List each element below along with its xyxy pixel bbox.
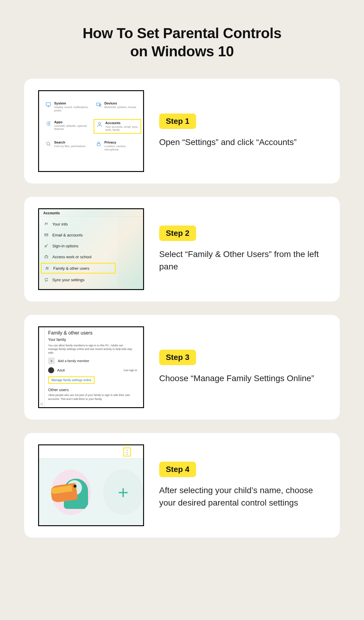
tile-sub: Your accounts, email, sync, work, family	[105, 125, 139, 132]
step-text: Open “Settings” and click “Accounts”	[159, 136, 324, 149]
search-icon	[45, 140, 52, 147]
svg-rect-5	[97, 143, 100, 146]
monitor-icon	[45, 101, 52, 108]
tile-label: Accounts	[105, 121, 139, 125]
member-status: Can sign in	[123, 369, 137, 372]
lock-icon	[95, 140, 102, 147]
pane-heading: Family & other users	[48, 330, 139, 336]
screenshot-step-2: Accounts Your info Email & accounts Sign…	[38, 208, 144, 290]
settings-tile-search[interactable]: Search Find my files, permissions	[43, 139, 91, 153]
manage-family-settings-link[interactable]: Manage family settings online	[48, 376, 95, 384]
other-users-text: Allow people who are not part of your fa…	[48, 393, 133, 401]
add-family-label: Add a family member	[58, 359, 89, 363]
child-profile-card[interactable]	[51, 470, 91, 515]
plus-icon: +	[118, 482, 128, 503]
screenshot-step-3: Family & other users Your family You can…	[38, 326, 144, 408]
search-icon[interactable]	[40, 402, 44, 405]
screenshot-step-4: ⋮ +	[38, 444, 144, 526]
sidebar-item-label: Access work or school	[52, 255, 91, 259]
step-badge: Step 2	[159, 226, 196, 241]
person-icon	[96, 121, 103, 128]
settings-tile-devices[interactable]: Devices Bluetooth, printers, mouse	[93, 100, 141, 114]
step-text: Select “Family & Other Users” from the l…	[159, 248, 324, 273]
tile-sub: Uninstall, defaults, optional features	[54, 124, 89, 131]
sidebar-item-email[interactable]: Email & accounts	[39, 229, 118, 240]
more-options-button[interactable]: ⋮	[123, 447, 131, 457]
settings-tile-apps[interactable]: Apps Uninstall, defaults, optional featu…	[43, 119, 91, 134]
svg-rect-9	[45, 256, 48, 258]
step-card-4: ⋮ + Step 4 After selecting your child’s …	[24, 433, 340, 538]
sidebar-item-label: Your info	[52, 222, 68, 226]
tile-label: Search	[54, 140, 86, 144]
sync-icon	[44, 277, 49, 282]
member-role-label: Adult	[57, 368, 65, 372]
screenshot-step-1: System Display, sound, notifications, po…	[38, 90, 144, 172]
settings-tile-privacy[interactable]: Privacy Location, camera, microphone	[93, 139, 141, 153]
svg-point-4	[47, 142, 50, 145]
family-icon	[45, 266, 50, 271]
step-badge: Step 3	[159, 350, 196, 365]
step-badge: Step 4	[159, 462, 196, 477]
title-line-2: on Windows 10	[130, 43, 234, 59]
apps-list-icon	[45, 120, 52, 127]
settings-tile-accounts[interactable]: Accounts Your accounts, email, sync, wor…	[93, 119, 141, 134]
plus-icon: +	[48, 358, 55, 364]
tile-label: Devices	[104, 101, 136, 105]
add-member-card[interactable]: +	[103, 470, 143, 515]
sidebar-item-label: Sign-in options	[52, 244, 78, 248]
tile-label: Apps	[54, 120, 89, 124]
svg-point-10	[46, 267, 48, 268]
window-header: Accounts	[39, 209, 143, 217]
sidebar-item-work-school[interactable]: Access work or school	[39, 251, 118, 262]
svg-rect-0	[46, 103, 51, 106]
add-family-member-button[interactable]: + Add a family member	[48, 358, 139, 364]
accounts-sidebar: Your info Email & accounts Sign-in optio…	[39, 217, 118, 287]
badge-icon	[44, 222, 49, 226]
tile-sub: Location, camera, microphone	[104, 145, 139, 151]
step-text: After selecting your child’s name, choos…	[159, 484, 324, 509]
sidebar-item-your-info[interactable]: Your info	[39, 219, 118, 229]
pane-intro-text: You can allow family members to sign in …	[48, 344, 133, 355]
svg-point-8	[45, 246, 46, 247]
tile-label: System	[54, 101, 89, 105]
tile-sub: Find my files, permissions	[54, 145, 86, 148]
sidebar-item-family[interactable]: Family & other users	[41, 263, 116, 274]
family-member-row[interactable]: Adult Can sign in	[48, 367, 139, 373]
sidebar-item-sync[interactable]: Sync your settings	[39, 274, 118, 285]
key-icon	[44, 243, 49, 248]
briefcase-icon	[44, 254, 49, 259]
svg-point-6	[45, 223, 47, 224]
tile-label: Privacy	[104, 140, 139, 144]
svg-point-12	[41, 403, 42, 405]
sidebar-item-label: Family & other users	[53, 266, 89, 271]
sidebar-item-label: Sync your settings	[52, 278, 84, 282]
sidebar-item-label: Email & accounts	[52, 233, 83, 237]
family-safety-toolbar: ⋮	[39, 445, 143, 459]
settings-tile-system[interactable]: System Display, sound, notifications, po…	[43, 100, 91, 114]
tile-sub: Display, sound, notifications, power	[54, 106, 89, 112]
step-card-3: Family & other users Your family You can…	[24, 315, 340, 420]
step-text: Choose “Manage Family Settings Online”	[159, 372, 324, 385]
avatar-icon	[48, 367, 54, 373]
title-line-1: How To Set Parental Controls	[83, 25, 281, 41]
svg-rect-2	[100, 104, 101, 107]
step-card-1: System Display, sound, notifications, po…	[24, 79, 340, 183]
svg-point-3	[99, 122, 101, 124]
toucan-eye	[74, 485, 77, 488]
sidebar-item-signin[interactable]: Sign-in options	[39, 240, 118, 251]
other-users-heading: Other users	[48, 388, 139, 392]
step-badge: Step 1	[159, 114, 196, 129]
svg-point-11	[48, 268, 48, 268]
page-title: How To Set Parental Controls on Windows …	[24, 24, 340, 61]
devices-icon	[95, 101, 102, 108]
step-card-2: Accounts Your info Email & accounts Sign…	[24, 197, 340, 302]
mail-icon	[44, 232, 49, 237]
pane-subheading: Your family	[48, 338, 139, 342]
tile-sub: Bluetooth, printers, mouse	[104, 106, 136, 109]
